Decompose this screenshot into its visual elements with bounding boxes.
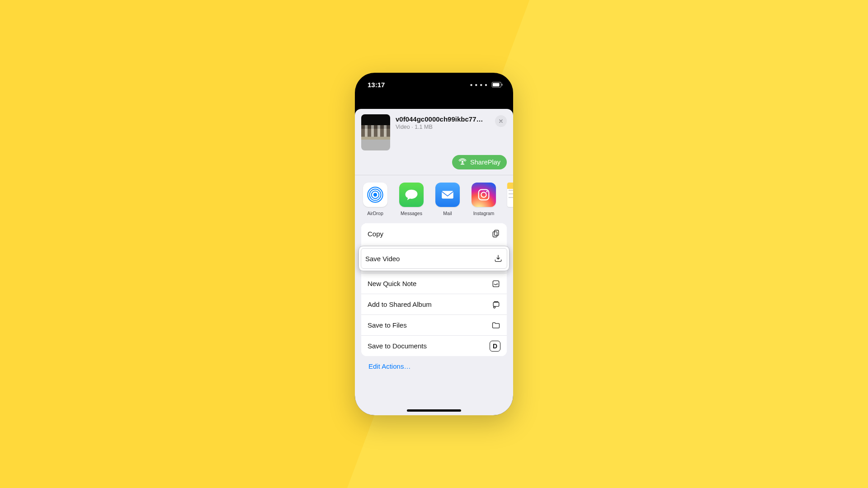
- app-airdrop[interactable]: AirDrop: [362, 183, 388, 216]
- svg-rect-8: [442, 191, 453, 199]
- action-save-to-documents-label: Save to Documents: [368, 342, 427, 350]
- svg-point-10: [481, 192, 486, 197]
- file-subtitle: Video · 1.1 MB: [396, 124, 490, 130]
- actions-list: Copy Save Video New Quic: [361, 223, 507, 356]
- close-button[interactable]: [495, 115, 507, 127]
- action-add-shared-album-label: Add to Shared Album: [368, 300, 432, 308]
- folder-icon: [491, 321, 500, 330]
- svg-point-3: [462, 161, 464, 163]
- action-save-to-files-label: Save to Files: [368, 321, 407, 329]
- action-copy-label: Copy: [368, 230, 383, 238]
- action-save-to-files[interactable]: Save to Files: [361, 314, 507, 335]
- shareplay-label: SharePlay: [470, 159, 500, 166]
- app-messages-label: Messages: [401, 211, 422, 216]
- edit-actions-link[interactable]: Edit Actions…: [361, 356, 507, 376]
- mail-icon: [440, 187, 455, 202]
- action-add-shared-album[interactable]: Add to Shared Album: [361, 294, 507, 314]
- video-thumbnail[interactable]: [361, 114, 390, 150]
- svg-rect-12: [495, 230, 499, 236]
- phone-frame: 13:17 ● ● ● ● v0f04: [355, 73, 513, 415]
- action-copy[interactable]: Copy: [361, 223, 507, 244]
- file-name: v0f044gc0000ch99ikbc77…: [396, 115, 490, 123]
- shareplay-icon: [458, 158, 467, 166]
- action-new-quick-note[interactable]: New Quick Note: [361, 273, 507, 294]
- cellular-dots-icon: ● ● ● ●: [470, 82, 488, 87]
- svg-rect-15: [493, 302, 499, 306]
- background: 13:17 ● ● ● ● v0f04: [0, 0, 868, 488]
- close-icon: [498, 118, 504, 124]
- app-airdrop-label: AirDrop: [367, 211, 383, 216]
- app-mail[interactable]: Mail: [434, 183, 461, 216]
- share-sheet-header: v0f044gc0000ch99ikbc77… Video · 1.1 MB: [355, 109, 513, 175]
- svg-rect-14: [493, 281, 499, 286]
- action-save-video[interactable]: Save Video: [359, 246, 509, 271]
- svg-rect-1: [493, 83, 500, 86]
- messages-icon: [404, 187, 419, 202]
- svg-rect-2: [501, 84, 502, 86]
- app-instagram[interactable]: Instagram: [471, 183, 497, 216]
- notes-icon: [507, 183, 513, 207]
- instagram-icon: [476, 187, 491, 202]
- app-mail-label: Mail: [443, 211, 452, 216]
- airdrop-icon: [366, 186, 384, 204]
- action-save-video-label: Save Video: [365, 255, 400, 263]
- svg-point-11: [486, 191, 487, 192]
- status-time: 13:17: [368, 81, 385, 89]
- shared-album-icon: [491, 300, 500, 309]
- app-messages[interactable]: Messages: [398, 183, 425, 216]
- copy-icon: [491, 229, 500, 238]
- svg-rect-13: [493, 232, 497, 237]
- action-save-to-documents[interactable]: Save to Documents D: [361, 335, 507, 356]
- shareplay-button[interactable]: SharePlay: [452, 155, 507, 169]
- status-bar: 13:17 ● ● ● ●: [355, 73, 513, 96]
- documents-app-icon: D: [490, 341, 500, 352]
- app-instagram-label: Instagram: [473, 211, 495, 216]
- app-notes-partial[interactable]: [507, 183, 513, 216]
- battery-icon: [491, 82, 503, 88]
- svg-point-16: [494, 306, 495, 308]
- download-icon: [494, 254, 503, 263]
- svg-point-4: [373, 193, 377, 197]
- share-apps-row[interactable]: AirDrop Messages: [355, 175, 513, 221]
- home-indicator[interactable]: [407, 409, 461, 412]
- action-new-quick-note-label: New Quick Note: [368, 280, 416, 287]
- quick-note-icon: [491, 279, 500, 288]
- share-sheet: v0f044gc0000ch99ikbc77… Video · 1.1 MB: [355, 109, 513, 415]
